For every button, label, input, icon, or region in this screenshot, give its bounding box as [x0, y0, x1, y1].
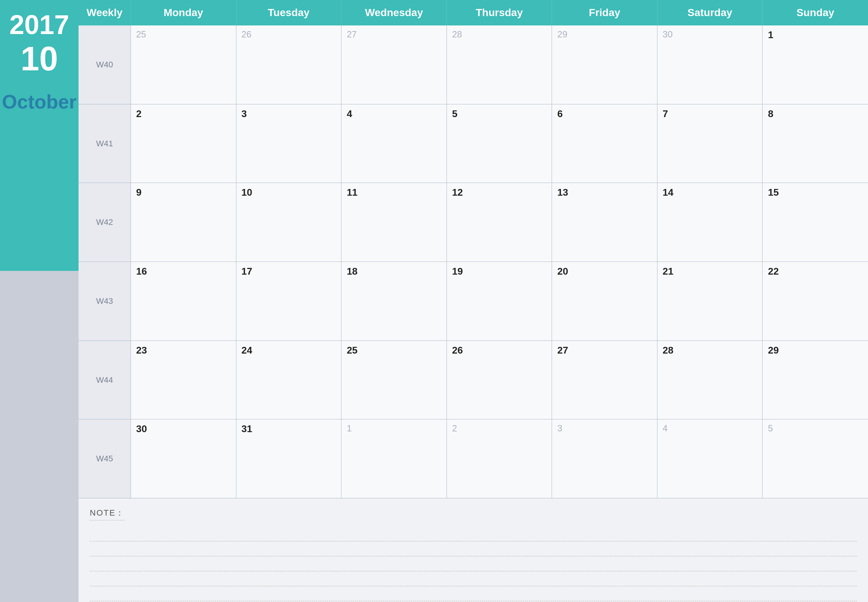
day-cell[interactable]: 30 [658, 25, 763, 104]
header-cell-monday: Monday [131, 0, 236, 25]
day-number: 2 [136, 108, 141, 119]
day-number: 30 [136, 423, 147, 435]
week-label-w42: W42 [78, 183, 131, 261]
calendar-header: WeeklyMondayTuesdayWednesdayThursdayFrid… [78, 0, 868, 25]
day-cell[interactable]: 28 [447, 25, 552, 104]
day-number: 25 [136, 29, 146, 39]
day-cell[interactable]: 13 [552, 183, 658, 261]
week-label-w43: W43 [78, 262, 131, 341]
notes-lines [90, 527, 857, 601]
day-number: 5 [452, 108, 457, 119]
week-row-w40: W402526272829301 [78, 25, 868, 104]
week-label-w45: W45 [78, 419, 131, 498]
day-number: 10 [242, 187, 252, 198]
day-number: 23 [136, 345, 147, 356]
notes-line[interactable] [90, 572, 857, 586]
day-cell[interactable]: 25 [342, 341, 447, 419]
day-cell[interactable]: 2 [447, 419, 552, 498]
day-number: 5 [768, 423, 773, 433]
day-cell[interactable]: 10 [236, 183, 342, 261]
day-cell[interactable]: 8 [762, 104, 868, 183]
day-number: 26 [242, 29, 252, 39]
week-row-w42: W429101112131415 [78, 183, 868, 262]
day-cell[interactable]: 26 [236, 25, 342, 104]
day-number: 3 [242, 108, 247, 119]
day-number: 3 [557, 423, 562, 433]
day-cell[interactable]: 26 [447, 341, 552, 419]
day-number: 31 [242, 423, 252, 435]
day-cell[interactable]: 1 [762, 25, 868, 104]
notes-line[interactable] [90, 587, 857, 601]
day-cell[interactable]: 5 [447, 104, 552, 183]
day-number: 4 [663, 423, 667, 433]
day-cell[interactable]: 27 [552, 341, 658, 419]
day-cell[interactable]: 4 [658, 419, 763, 498]
day-number: 11 [347, 187, 357, 198]
day-cell[interactable]: 1 [342, 419, 447, 498]
day-cell[interactable]: 24 [236, 341, 342, 419]
week-row-w41: W412345678 [78, 104, 868, 183]
day-cell[interactable]: 22 [762, 262, 868, 341]
day-cell[interactable]: 14 [658, 183, 763, 261]
day-cell[interactable]: 4 [342, 104, 447, 183]
day-cell[interactable]: 3 [236, 104, 342, 183]
day-cell[interactable]: 7 [658, 104, 763, 183]
week-row-w45: W45303112345 [78, 419, 868, 498]
day-cell[interactable]: 17 [236, 262, 342, 341]
day-cell[interactable]: 31 [236, 419, 342, 498]
header-cell-tuesday: Tuesday [236, 0, 342, 25]
day-number: 28 [663, 345, 673, 356]
day-number: 2 [452, 423, 457, 433]
day-number: 19 [452, 266, 463, 277]
header-cell-thursday: Thursday [447, 0, 552, 25]
notes-line[interactable] [90, 527, 857, 541]
day-cell[interactable]: 3 [552, 419, 658, 498]
main-content: WeeklyMondayTuesdayWednesdayThursdayFrid… [78, 0, 868, 602]
day-cell[interactable]: 28 [658, 341, 763, 419]
day-cell[interactable]: 12 [447, 183, 552, 261]
day-cell[interactable]: 29 [552, 25, 658, 104]
week-label-w44: W44 [78, 341, 131, 419]
day-number: 9 [136, 187, 141, 198]
notes-line[interactable] [90, 557, 857, 571]
day-number: 13 [557, 187, 568, 198]
day-number: 16 [136, 266, 147, 277]
day-number: 14 [663, 187, 673, 198]
day-cell[interactable]: 15 [762, 183, 868, 261]
week-row-w44: W4423242526272829 [78, 341, 868, 420]
day-cell[interactable]: 19 [447, 262, 552, 341]
header-cell-sunday: Sunday [762, 0, 868, 25]
day-cell[interactable]: 18 [342, 262, 447, 341]
month-number-label: 10 [21, 42, 58, 75]
day-number: 24 [242, 345, 252, 356]
header-cell-weekly: Weekly [78, 0, 131, 25]
day-number: 29 [768, 345, 779, 356]
day-cell[interactable]: 16 [131, 262, 236, 341]
day-cell[interactable]: 9 [131, 183, 236, 261]
day-cell[interactable]: 29 [762, 341, 868, 419]
day-cell[interactable]: 6 [552, 104, 658, 183]
week-label-w40: W40 [78, 25, 131, 104]
day-cell[interactable]: 27 [342, 25, 447, 104]
day-cell[interactable]: 30 [131, 419, 236, 498]
day-cell[interactable]: 23 [131, 341, 236, 419]
day-cell[interactable]: 2 [131, 104, 236, 183]
day-cell[interactable]: 25 [131, 25, 236, 104]
header-cell-saturday: Saturday [658, 0, 763, 25]
year-label: 2017 [9, 11, 69, 38]
month-name-label: October [2, 91, 76, 113]
day-number: 27 [557, 345, 568, 356]
day-number: 22 [768, 266, 779, 277]
day-cell[interactable]: 5 [762, 419, 868, 498]
day-cell[interactable]: 20 [552, 262, 658, 341]
day-number: 21 [663, 266, 673, 277]
day-number: 30 [663, 29, 673, 39]
header-cell-wednesday: Wednesday [342, 0, 447, 25]
day-number: 8 [768, 108, 773, 119]
day-cell[interactable]: 11 [342, 183, 447, 261]
notes-line[interactable] [90, 542, 857, 556]
day-number: 28 [452, 29, 462, 39]
day-cell[interactable]: 21 [658, 262, 763, 341]
week-label-w41: W41 [78, 104, 131, 183]
day-number: 7 [663, 108, 668, 119]
